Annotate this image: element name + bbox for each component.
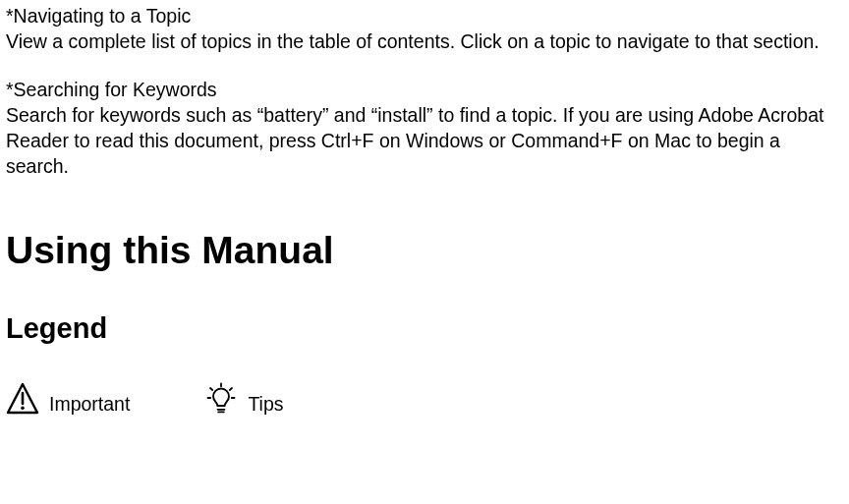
searching-body: Search for keywords such as “battery” an… — [6, 103, 843, 179]
legend-label-important: Important — [49, 395, 130, 417]
spacer — [6, 272, 843, 313]
legend-row: Important Tips — [6, 382, 843, 416]
legend-label-tips: Tips — [248, 395, 283, 417]
spacer — [6, 54, 843, 78]
spacer — [6, 345, 843, 382]
legend-heading: Legend — [6, 313, 843, 345]
warning-triangle-icon — [6, 382, 39, 416]
navigating-heading: *Navigating to a Topic — [6, 4, 843, 29]
lightbulb-icon — [204, 382, 238, 416]
svg-line-4 — [210, 388, 212, 390]
svg-line-5 — [230, 388, 232, 390]
navigating-body: View a complete list of topics in the ta… — [6, 29, 843, 55]
legend-item-important: Important — [6, 382, 130, 416]
page-title: Using this Manual — [6, 230, 843, 272]
spacer — [6, 179, 843, 230]
searching-heading: *Searching for Keywords — [6, 78, 843, 103]
svg-point-2 — [21, 407, 25, 411]
legend-item-tips: Tips — [204, 382, 283, 416]
